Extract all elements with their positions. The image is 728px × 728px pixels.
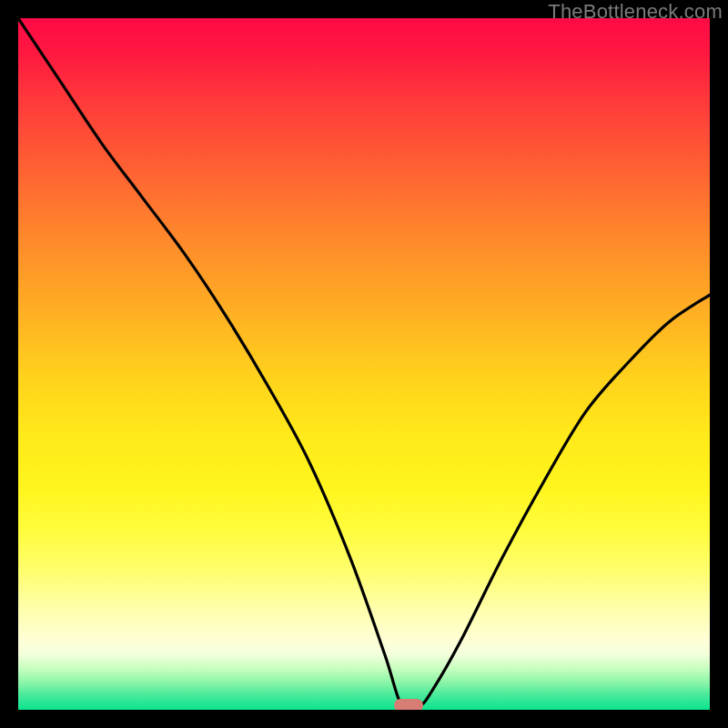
chart-frame: TheBottleneck.com <box>0 0 728 728</box>
plot-area <box>18 18 710 710</box>
optimal-marker <box>394 699 423 710</box>
watermark-text: TheBottleneck.com <box>548 0 723 24</box>
bottleneck-curve <box>18 18 710 710</box>
